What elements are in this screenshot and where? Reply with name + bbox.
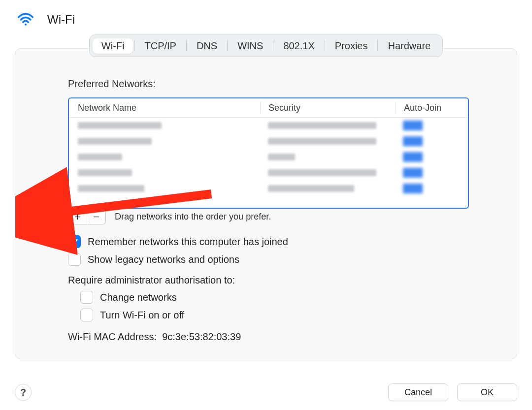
turn-wifi-row: Turn Wi-Fi on or off xyxy=(80,309,469,321)
turn-wifi-label: Turn Wi-Fi on or off xyxy=(100,310,184,321)
table-row[interactable] xyxy=(69,133,468,149)
preferred-networks-header: Network Name Security Auto-Join xyxy=(69,98,468,118)
svg-point-0 xyxy=(25,24,27,26)
tab-8021x[interactable]: 802.1X xyxy=(274,38,323,54)
remember-networks-label: Remember networks this computer has join… xyxy=(88,236,288,248)
header: Wi-Fi xyxy=(0,0,532,34)
preferred-networks-list[interactable]: Network Name Security Auto-Join xyxy=(68,97,469,209)
tab-tcpip[interactable]: TCP/IP xyxy=(135,38,185,54)
table-row[interactable] xyxy=(69,118,468,133)
cancel-button[interactable]: Cancel xyxy=(388,383,448,401)
change-networks-checkbox[interactable] xyxy=(80,291,93,304)
table-row[interactable] xyxy=(69,165,468,181)
remember-networks-checkbox[interactable] xyxy=(68,235,81,248)
preferred-networks-label: Preferred Networks: xyxy=(68,78,469,90)
mac-address-row: Wi-Fi MAC Address: 9c:3e:53:82:03:39 xyxy=(68,331,469,343)
column-network-name[interactable]: Network Name xyxy=(69,103,260,113)
ok-button[interactable]: OK xyxy=(457,383,517,401)
change-networks-label: Change networks xyxy=(100,292,177,303)
remember-networks-row: Remember networks this computer has join… xyxy=(68,235,469,248)
column-security[interactable]: Security xyxy=(261,103,396,113)
tab-dns[interactable]: DNS xyxy=(188,38,226,54)
remove-network-button[interactable] xyxy=(87,209,106,224)
turn-wifi-checkbox[interactable] xyxy=(80,309,93,321)
settings-panel: Preferred Networks: Network Name Securit… xyxy=(15,48,517,359)
footer: ? Cancel OK xyxy=(15,383,517,401)
mac-address-label: Wi-Fi MAC Address: xyxy=(68,331,157,342)
wifi-icon xyxy=(15,9,36,31)
tab-wins[interactable]: WINS xyxy=(229,38,272,54)
tabs: Wi-Fi TCP/IP DNS WINS 802.1X Proxies Har… xyxy=(15,34,517,57)
table-row[interactable] xyxy=(69,149,468,165)
drag-hint: Drag networks into the order you prefer. xyxy=(115,212,271,222)
admin-auth-label: Require administrator authorisation to: xyxy=(68,275,469,286)
change-networks-row: Change networks xyxy=(80,291,469,304)
tab-wifi[interactable]: Wi-Fi xyxy=(93,38,133,54)
show-legacy-checkbox[interactable] xyxy=(68,253,81,266)
column-auto-join[interactable]: Auto-Join xyxy=(396,103,468,113)
tab-hardware[interactable]: Hardware xyxy=(379,38,439,54)
mac-address-value: 9c:3e:53:82:03:39 xyxy=(162,331,241,342)
add-network-button[interactable] xyxy=(68,209,87,224)
show-legacy-label: Show legacy networks and options xyxy=(88,254,239,265)
tab-proxies[interactable]: Proxies xyxy=(326,38,377,54)
preferred-networks-toolbar: Drag networks into the order you prefer. xyxy=(68,209,469,224)
help-button[interactable]: ? xyxy=(15,384,32,401)
table-row[interactable] xyxy=(69,181,468,196)
show-legacy-row: Show legacy networks and options xyxy=(68,253,469,266)
page-title: Wi-Fi xyxy=(47,13,75,27)
